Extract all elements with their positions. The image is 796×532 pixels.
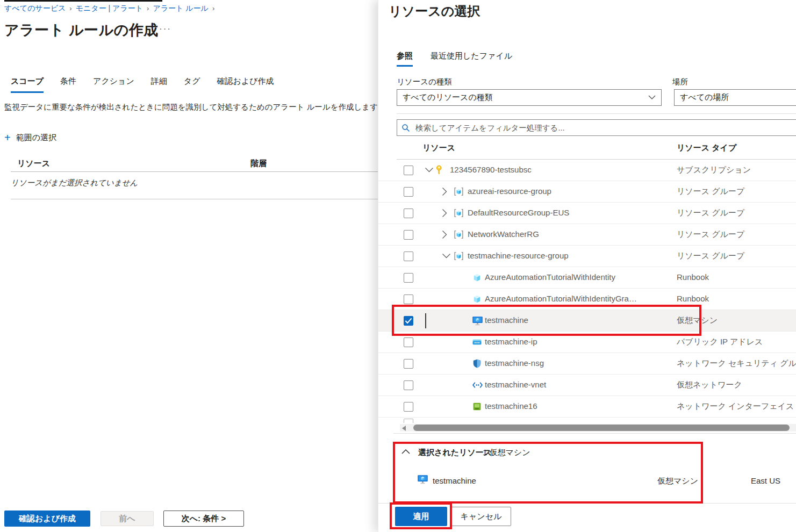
row-checkbox[interactable] — [404, 230, 413, 240]
row-checkbox[interactable] — [404, 273, 413, 283]
select-scope-label: 範囲の選択 — [16, 133, 56, 143]
plus-icon: + — [4, 132, 11, 143]
next-condition-button[interactable]: 次へ: 条件 > — [163, 511, 244, 527]
resource-name: testmachine-vnet — [485, 380, 546, 389]
row-checkbox[interactable] — [404, 402, 413, 412]
row-checkbox[interactable] — [404, 209, 413, 218]
review-create-button[interactable]: 確認および作成 — [4, 511, 90, 527]
nic-icon — [472, 401, 482, 412]
scroll-left-arrow-icon[interactable] — [402, 426, 406, 431]
tab-アクション[interactable]: アクション — [93, 76, 134, 93]
row-checkbox[interactable] — [404, 337, 413, 347]
breadcrumb-link[interactable]: すべてのサービス — [4, 4, 66, 12]
resource-name: 1234567890-testsubsc — [450, 165, 532, 174]
chevron-right-icon[interactable] — [442, 230, 448, 239]
resource-tree-row[interactable]: testmachine-nsgネットワーク セキュリティ グループ — [378, 353, 796, 375]
resource-tree-row[interactable]: testmachine仮想マシン — [378, 310, 796, 332]
resource-type: Runbook — [677, 294, 709, 303]
resource-tree-row[interactable]: NetworkWatcherRGリソース グループ — [378, 224, 796, 246]
row-checkbox[interactable] — [404, 294, 413, 304]
horizontal-scrollbar-thumb[interactable] — [413, 425, 790, 431]
tab-詳細[interactable]: 詳細 — [151, 76, 167, 93]
chevron-up-icon[interactable] — [401, 449, 410, 454]
selected-resources-title: 選択されたリソース — [418, 448, 492, 458]
resource-type: 仮想マシン — [677, 315, 718, 326]
resource-name: azureai-resource-group — [468, 186, 551, 196]
resource-type: リソース グループ — [677, 229, 744, 240]
resource-tree-row[interactable]: AzureAutomationTutorialWithIdentityRunbo… — [378, 267, 796, 289]
breadcrumb-separator: › — [147, 4, 149, 12]
resource-type: Runbook — [677, 272, 709, 282]
chevron-down-icon[interactable] — [442, 253, 451, 259]
chevron-down-icon[interactable] — [425, 167, 434, 173]
tab-確認および作成[interactable]: 確認および作成 — [217, 76, 274, 93]
vm-icon — [472, 315, 483, 326]
nsg-icon — [472, 358, 482, 369]
breadcrumb-separator: › — [212, 4, 214, 12]
tab-スコープ[interactable]: スコープ — [11, 76, 44, 93]
tab-タグ[interactable]: タグ — [184, 76, 200, 93]
column-header-resource: リソース — [422, 143, 455, 153]
select-resource-panel: リソースの選択 参照最近使用したファイル リソースの種類 場所 すべてのリソース… — [378, 0, 796, 532]
resource-tree-row[interactable]: testmachine-vnet仮想ネットワーク — [378, 375, 796, 396]
search-icon — [401, 124, 410, 132]
location-dropdown[interactable]: すべての場所 — [674, 89, 796, 106]
row-checkbox-checked[interactable] — [404, 316, 413, 326]
column-header-resource-type: リソース タイプ — [677, 143, 736, 153]
row-checkbox[interactable] — [404, 166, 413, 175]
resource-tree-row[interactable]: testmachine-resource-groupリソース グループ — [378, 246, 796, 267]
selected-resource-type: 仮想マシン — [657, 476, 698, 486]
selected-resource-name: testmachine — [433, 476, 476, 485]
resource-tree-row[interactable]: AzureAutomationTutorialWithIdentityGra…R… — [378, 289, 796, 310]
title-ellipsis-menu[interactable]: ··· — [159, 24, 171, 34]
resource-name: NetworkWatcherRG — [468, 229, 539, 239]
chevron-down-icon — [648, 95, 656, 100]
row-checkbox[interactable] — [404, 251, 413, 261]
row-checkbox[interactable] — [404, 187, 413, 197]
resource-name: testmachine-ip — [485, 337, 537, 346]
panel-title: リソースの選択 — [389, 3, 480, 20]
vnet-icon — [472, 380, 483, 390]
resource-type-dropdown[interactable]: すべてのリソースの種類 — [397, 89, 662, 106]
resource-tree-row[interactable]: testmachine16ネットワーク インターフェイス — [378, 396, 796, 418]
breadcrumb: すべてのサービス›モニター | アラート›アラート ルール› — [4, 4, 218, 13]
location-label: 場所 — [672, 77, 688, 87]
chevron-right-icon[interactable] — [442, 209, 448, 218]
panel-tab-最近使用したファイル[interactable]: 最近使用したファイル — [431, 51, 512, 67]
divider — [378, 503, 796, 504]
panel-tab-参照[interactable]: 参照 — [397, 51, 413, 67]
chevron-right-icon[interactable] — [442, 187, 448, 196]
apply-button[interactable]: 適用 — [395, 507, 447, 526]
description-text: 監視データに重要な条件が検出されたときに問題を識別して対処するためのアラート ル… — [4, 103, 386, 111]
divider — [397, 113, 796, 114]
location-value: すべての場所 — [680, 92, 796, 103]
row-checkbox[interactable] — [404, 380, 413, 390]
text-cursor — [425, 313, 426, 328]
previous-button[interactable]: 前へ — [101, 511, 154, 526]
search-box — [397, 119, 796, 136]
resource-tree-row[interactable]: DefaultResourceGroup-EUSリソース グループ — [378, 203, 796, 224]
search-input[interactable] — [414, 123, 792, 133]
resource-type: リソース グループ — [677, 186, 744, 197]
select-scope-button[interactable]: + 範囲の選択 — [4, 132, 56, 143]
resource-type: 仮想ネットワーク — [677, 380, 742, 390]
row-checkbox[interactable] — [404, 359, 413, 369]
resource-tree-row[interactable]: testmachine-ipパブリック IP アドレス — [378, 332, 796, 353]
resource-group-icon — [454, 186, 464, 197]
tab-条件[interactable]: 条件 — [60, 76, 76, 93]
resource-type: リソース グループ — [677, 208, 744, 218]
resource-name: testmachine16 — [485, 401, 537, 411]
cancel-button[interactable]: キャンセル — [451, 507, 511, 526]
resource-tree-row[interactable]: 1234567890-testsubscサブスクリプション — [378, 160, 796, 181]
resource-tree-row[interactable]: azureai-resource-groupリソース グループ — [378, 181, 796, 203]
breadcrumb-link[interactable]: モニター | アラート — [76, 4, 143, 12]
resource-type: ネットワーク セキュリティ グループ — [677, 358, 796, 369]
partial-row-checkbox — [404, 419, 413, 423]
public-ip-icon — [472, 337, 482, 347]
resource-name: AzureAutomationTutorialWithIdentityGra… — [485, 294, 637, 303]
resource-group-icon — [454, 251, 464, 261]
key-icon — [435, 165, 446, 175]
breadcrumb-link[interactable]: アラート ルール — [153, 4, 209, 12]
column-header-resource: リソース — [17, 159, 50, 169]
alert-rule-create-page: すべてのサービス›モニター | アラート›アラート ルール› アラート ルールの… — [0, 0, 378, 532]
